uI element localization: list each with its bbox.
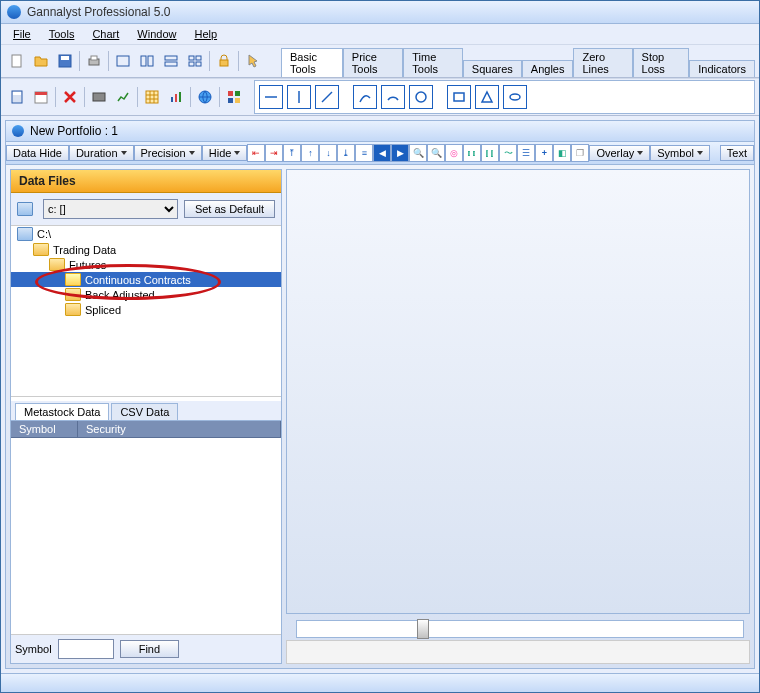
tool-ellipse[interactable]: [503, 85, 527, 109]
symbol-grid[interactable]: Symbol Security: [11, 421, 281, 634]
tree-node-trading-data[interactable]: Trading Data: [11, 242, 281, 257]
col-symbol[interactable]: Symbol: [11, 421, 78, 437]
tree-node-continuous-contracts[interactable]: Continuous Contracts: [11, 272, 281, 287]
tab-basic-tools[interactable]: Basic Tools: [281, 48, 343, 77]
zoom-in-icon[interactable]: 🔍: [409, 144, 427, 162]
chart1-button[interactable]: [111, 85, 135, 109]
tree-node-back-adjusted[interactable]: Back Adjusted: [11, 287, 281, 302]
duration-dropdown[interactable]: Duration: [69, 145, 134, 161]
lock-button[interactable]: [212, 49, 236, 73]
copy-icon[interactable]: ❐: [571, 144, 589, 162]
tab-metastock[interactable]: Metastock Data: [15, 403, 109, 420]
precision-dropdown[interactable]: Precision: [134, 145, 202, 161]
tab-indicators[interactable]: Indicators: [689, 60, 755, 77]
tab-squares[interactable]: Squares: [463, 60, 522, 77]
app-title: Gannalyst Professional 5.0: [27, 5, 170, 19]
target-icon[interactable]: ◎: [445, 144, 463, 162]
nav-last-icon[interactable]: ⇥: [265, 144, 283, 162]
time-slider[interactable]: [296, 620, 744, 638]
layout2-button[interactable]: [135, 49, 159, 73]
svg-rect-6: [141, 56, 146, 66]
tab-stop-loss[interactable]: Stop Loss: [633, 48, 690, 77]
text-button[interactable]: Text: [720, 145, 754, 161]
bottom-icon[interactable]: ⤓: [337, 144, 355, 162]
overlay-dropdown[interactable]: Overlay: [589, 145, 650, 161]
svg-point-32: [416, 92, 426, 102]
menu-bar: File Tools Chart Window Help: [1, 24, 759, 44]
tool-curve[interactable]: [353, 85, 377, 109]
tab-price-tools[interactable]: Price Tools: [343, 48, 403, 77]
tree-node-c-[interactable]: C:\: [11, 226, 281, 242]
layout4-button[interactable]: [183, 49, 207, 73]
symbol-dropdown[interactable]: Symbol: [650, 145, 710, 161]
svg-rect-13: [196, 62, 201, 66]
menu-chart[interactable]: Chart: [84, 26, 127, 42]
print-button[interactable]: [82, 49, 106, 73]
tree-node-spliced[interactable]: Spliced: [11, 302, 281, 317]
calendar-button[interactable]: [29, 85, 53, 109]
film-button[interactable]: [87, 85, 111, 109]
globe-button[interactable]: [193, 85, 217, 109]
zoom-out-icon[interactable]: 🔍: [427, 144, 445, 162]
svg-rect-22: [175, 94, 177, 102]
menu-file[interactable]: File: [5, 26, 39, 42]
set-default-button[interactable]: Set as Default: [184, 200, 275, 218]
tool-trendline[interactable]: [315, 85, 339, 109]
tool-circle[interactable]: [409, 85, 433, 109]
color-button[interactable]: [222, 85, 246, 109]
grid-button[interactable]: [140, 85, 164, 109]
pointer-button[interactable]: [241, 49, 265, 73]
tree-label: Continuous Contracts: [85, 274, 191, 286]
tab-zero-lines[interactable]: Zero Lines: [573, 48, 632, 77]
down-icon[interactable]: ↓: [319, 144, 337, 162]
delete-button[interactable]: [58, 85, 82, 109]
settings-icon[interactable]: ◧: [553, 144, 571, 162]
find-button[interactable]: Find: [120, 640, 179, 658]
prev-icon[interactable]: ◀: [373, 144, 391, 162]
tree-label: Back Adjusted: [85, 289, 155, 301]
tool-rect[interactable]: [447, 85, 471, 109]
hide-dropdown[interactable]: Hide: [202, 145, 248, 161]
candles-icon[interactable]: ⫾⫾: [463, 144, 481, 162]
svg-rect-18: [35, 92, 47, 95]
symbol-find-input[interactable]: [58, 639, 114, 659]
up-icon[interactable]: ↑: [301, 144, 319, 162]
find-label: Symbol: [15, 643, 52, 655]
tab-time-tools[interactable]: Time Tools: [403, 48, 463, 77]
toolbar-secondary: [1, 78, 759, 116]
tool-arc[interactable]: [381, 85, 405, 109]
layout1-button[interactable]: [111, 49, 135, 73]
tab-angles[interactable]: Angles: [522, 60, 574, 77]
tree-label: Futures: [69, 259, 106, 271]
next-icon[interactable]: ▶: [391, 144, 409, 162]
tree-node-futures[interactable]: Futures: [11, 257, 281, 272]
align-icon[interactable]: ≡: [355, 144, 373, 162]
layout3-button[interactable]: [159, 49, 183, 73]
tool-vline[interactable]: [287, 85, 311, 109]
svg-rect-0: [12, 55, 21, 67]
calc-button[interactable]: [5, 85, 29, 109]
folder-tree[interactable]: C:\Trading DataFuturesContinuous Contrac…: [11, 225, 281, 397]
nav-first-icon[interactable]: ⇤: [247, 144, 265, 162]
top-icon[interactable]: ⤒: [283, 144, 301, 162]
menu-help[interactable]: Help: [186, 26, 225, 42]
add-icon[interactable]: +: [535, 144, 553, 162]
tool-triangle[interactable]: [475, 85, 499, 109]
bars-button[interactable]: [164, 85, 188, 109]
svg-rect-14: [220, 60, 228, 66]
col-security[interactable]: Security: [78, 421, 281, 437]
menu-tools[interactable]: Tools: [41, 26, 83, 42]
chart-area[interactable]: [286, 169, 750, 614]
slider-thumb[interactable]: [417, 619, 429, 639]
new-button[interactable]: [5, 49, 29, 73]
tab-csv[interactable]: CSV Data: [111, 403, 178, 420]
menu-window[interactable]: Window: [129, 26, 184, 42]
bars2-icon[interactable]: ⫿⫿: [481, 144, 499, 162]
open-button[interactable]: [29, 49, 53, 73]
tool-hline[interactable]: [259, 85, 283, 109]
line-icon[interactable]: 〜: [499, 144, 517, 162]
drive-select[interactable]: c: []: [43, 199, 178, 219]
list-icon[interactable]: ☰: [517, 144, 535, 162]
save-button[interactable]: [53, 49, 77, 73]
data-hide-button[interactable]: Data Hide: [6, 145, 69, 161]
